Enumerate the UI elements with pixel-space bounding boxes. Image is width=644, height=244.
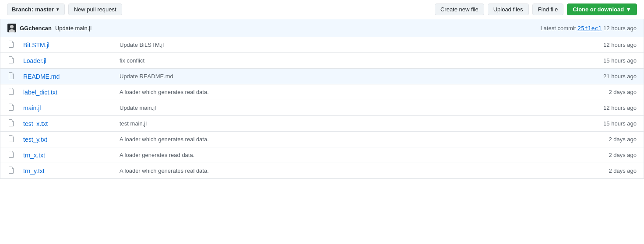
toolbar-left: Branch: master ▼ New pull request [7,3,431,15]
find-file-button[interactable]: Find file [532,3,564,15]
file-time: 12 hours ago [603,42,637,48]
file-link[interactable]: Loader.jl [23,57,46,64]
file-icon [7,121,14,128]
avatar [7,24,16,32]
file-commit-message: A loader which generates real data. [120,167,209,174]
latest-commit-label: Latest commit [540,25,576,31]
file-time-cell: 21 hours ago [587,69,644,84]
file-time: 2 days ago [609,152,637,158]
svg-point-1 [10,25,14,28]
table-row: README.md Update README.md 21 hours ago [0,69,644,84]
file-name-cell: BiLSTM.jl [16,37,113,53]
upload-files-button[interactable]: Upload files [488,3,529,15]
table-row: trn_y.txt A loader which generates real … [0,163,644,179]
chevron-down-icon: ▼ [626,6,631,13]
file-commit-message-cell: A loader generates read data. [113,147,587,163]
file-name-cell: trn_x.txt [16,147,113,163]
clone-or-download-label: Clone or download [573,6,624,13]
file-icon [7,152,14,159]
branch-label: Branch: [12,6,33,13]
file-time: 2 days ago [609,136,637,143]
file-table: BiLSTM.jl Update BiLSTM.jl 12 hours ago … [0,37,644,179]
file-link[interactable]: trn_y.txt [23,167,45,174]
file-icon [7,73,14,80]
commit-bar-left: GGchencan Update main.jl [7,24,91,32]
file-commit-message-cell: fix conflict [113,53,587,69]
file-commit-message: A loader which generates real data. [120,89,209,95]
file-icon [7,105,14,112]
file-icon-cell [0,132,17,147]
table-row: test_y.txt A loader which generates real… [0,132,644,147]
file-icon-cell [0,100,17,116]
file-link[interactable]: test_x.txt [23,120,48,127]
file-commit-message: fix conflict [120,57,144,64]
table-row: Loader.jl fix conflict 15 hours ago [0,53,644,69]
file-name-cell: test_x.txt [16,116,113,132]
toolbar-right: Create new file Upload files Find file C… [435,3,637,15]
file-time-cell: 2 days ago [587,84,644,100]
file-time-cell: 2 days ago [587,132,644,147]
table-row: BiLSTM.jl Update BiLSTM.jl 12 hours ago [0,37,644,53]
commit-time: 12 hours ago [603,25,637,31]
create-new-file-button[interactable]: Create new file [435,3,484,15]
file-commit-message-cell: A loader which generates real data. [113,163,587,179]
file-icon [7,136,14,143]
file-time-cell: 2 days ago [587,147,644,163]
commit-author[interactable]: GGchencan [20,25,52,31]
file-icon-cell [0,147,17,163]
file-commit-message-cell: A loader which generates real data. [113,84,587,100]
file-link[interactable]: trn_x.txt [23,152,45,159]
file-icon [7,42,14,49]
chevron-down-icon: ▼ [56,7,60,12]
file-name-cell: main.jl [16,100,113,116]
file-commit-message: Update README.md [120,73,173,80]
file-commit-message: test main.jl [120,120,147,127]
branch-name: master [35,6,54,13]
file-name-cell: test_y.txt [16,132,113,147]
commit-bar: GGchencan Update main.jl Latest commit 2… [0,19,644,37]
file-icon-cell [0,163,17,179]
table-row: main.jl Update main.jl 12 hours ago [0,100,644,116]
table-row: test_x.txt test main.jl 15 hours ago [0,116,644,132]
file-commit-message: A loader which generates real data. [120,136,209,143]
file-name-cell: Loader.jl [16,53,113,69]
table-row: trn_x.txt A loader generates read data. … [0,147,644,163]
file-time: 21 hours ago [603,73,637,80]
file-time-cell: 15 hours ago [587,53,644,69]
new-pull-request-button[interactable]: New pull request [68,3,122,15]
file-icon [7,89,14,96]
file-time: 15 hours ago [603,57,637,64]
file-time: 12 hours ago [603,105,637,111]
file-time: 15 hours ago [603,120,637,127]
toolbar: Branch: master ▼ New pull request Create… [0,0,644,19]
file-link[interactable]: main.jl [23,105,41,112]
file-time: 2 days ago [609,167,637,174]
table-row: label_dict.txt A loader which generates … [0,84,644,100]
file-commit-message: A loader generates read data. [120,152,194,158]
file-commit-message: Update BiLSTM.jl [120,42,164,48]
file-icon [7,168,14,175]
branch-selector[interactable]: Branch: master ▼ [7,3,65,15]
file-icon-cell [0,116,17,132]
file-link[interactable]: BiLSTM.jl [23,42,49,49]
file-time-cell: 15 hours ago [587,116,644,132]
file-icon [7,58,14,65]
clone-or-download-button[interactable]: Clone or download ▼ [567,3,637,15]
file-commit-message-cell: Update BiLSTM.jl [113,37,587,53]
commit-bar-right: Latest commit 25f1ec1 12 hours ago [540,25,637,31]
file-commit-message: Update main.jl [120,105,156,111]
file-name-cell: README.md [16,69,113,84]
file-link[interactable]: README.md [23,73,60,80]
file-commit-message-cell: test main.jl [113,116,587,132]
file-link[interactable]: label_dict.txt [23,89,57,96]
file-time-cell: 12 hours ago [587,100,644,116]
file-time-cell: 2 days ago [587,163,644,179]
file-commit-message-cell: Update main.jl [113,100,587,116]
file-link[interactable]: test_y.txt [23,136,47,143]
file-icon-cell [0,69,17,84]
file-commit-message-cell: A loader which generates real data. [113,132,587,147]
file-name-cell: trn_y.txt [16,163,113,179]
commit-hash-link[interactable]: 25f1ec1 [577,25,602,31]
commit-message: Update main.jl [55,25,91,31]
file-icon-cell [0,53,17,69]
